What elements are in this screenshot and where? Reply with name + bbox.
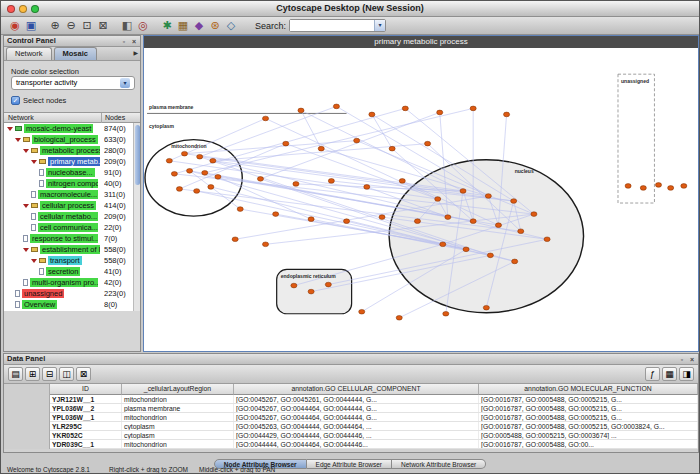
import-table-icon[interactable]: ▦ (175, 18, 191, 33)
snapshot-icon[interactable]: ◎ (135, 18, 151, 33)
zoom-selected-icon[interactable]: ⊡ (79, 18, 95, 33)
network-view-title[interactable]: primary metabolic process (144, 36, 698, 48)
open-session-icon[interactable]: ◉ (7, 18, 23, 33)
table-cell[interactable]: [GO:0045267, GO:0045261, GO:0044444, G..… (234, 395, 479, 403)
network-node[interactable] (399, 179, 405, 184)
network-node[interactable] (531, 212, 537, 217)
network-node[interactable] (655, 183, 661, 188)
minimize-window-button[interactable] (19, 5, 27, 13)
network-node[interactable] (208, 185, 214, 190)
network-node[interactable] (470, 106, 476, 111)
table-cell[interactable]: [GO:0005488, GO:0005215, GO:0003674] ... (479, 431, 698, 439)
table-cell[interactable]: cytoplasm (122, 422, 234, 430)
expand-arrow-icon[interactable] (23, 204, 29, 208)
network-node[interactable] (487, 253, 493, 258)
table-cell[interactable]: mitochondrion (122, 395, 234, 403)
table-cell[interactable]: [GO:0045263, GO:0044444, GO:0044464, ... (234, 422, 479, 430)
network-node[interactable] (354, 138, 360, 143)
table-cell[interactable]: YKR052C (50, 431, 122, 439)
network-node[interactable] (437, 110, 443, 115)
table-column-header[interactable]: annotation.GO CELLULAR_COMPONENT (234, 384, 479, 395)
tree-row[interactable]: primary metab...209(0) (4, 156, 140, 167)
table-cell[interactable]: cytoplasm (122, 431, 234, 439)
table-cell[interactable]: [GO:0016787, GO:0005488, GO:0005215, G..… (479, 413, 698, 421)
tree-row[interactable]: establishment of lo...558(0) (4, 244, 140, 255)
tree-row[interactable]: secretion41(0) (4, 266, 140, 277)
tree-row[interactable]: response to stimul...7(0) (4, 233, 140, 244)
expand-arrow-icon[interactable] (23, 248, 29, 252)
network-node[interactable] (402, 106, 408, 111)
table-row[interactable]: YJR121W__1mitochondrion[GO:0045267, GO:0… (50, 395, 698, 404)
network-node[interactable] (668, 186, 674, 191)
table-cell[interactable]: [GO:0016787, GO:0005488, GO:0005215, G..… (479, 395, 698, 403)
tab-scroll-right-icon[interactable]: ▶ (133, 47, 138, 60)
tree-row[interactable]: mosaic-demo-yeast874(0) (4, 123, 140, 134)
network-node[interactable] (262, 242, 268, 247)
network-node[interactable] (518, 229, 524, 234)
attribute-batch-icon[interactable]: ◫ (59, 367, 74, 381)
network-node[interactable] (414, 219, 420, 224)
network-node[interactable] (344, 219, 350, 224)
tree-row[interactable]: multi-organism pro...42(0) (4, 277, 140, 288)
table-cell[interactable]: [GO:0016787, GO:0005488, GO:00... (479, 440, 698, 448)
select-nodes-checkbox[interactable]: ✓ (11, 96, 20, 105)
network-node[interactable] (483, 305, 489, 310)
tree-row[interactable]: biological_process633(0) (4, 134, 140, 145)
table-cell[interactable]: YPL036W__1 (50, 413, 122, 421)
attribute-delete-icon[interactable]: ⊟ (42, 367, 57, 381)
tree-row[interactable]: nitrogen compo...40(0) (4, 178, 140, 189)
network-node[interactable] (495, 223, 501, 228)
table-row[interactable]: YKR052Ccytoplasm[GO:0044429, GO:0044444,… (50, 431, 698, 440)
close-panel-icon[interactable]: × (130, 37, 138, 46)
network-node[interactable] (640, 186, 646, 191)
expand-arrow-icon[interactable] (15, 138, 21, 142)
annotation-icon[interactable]: ◇ (223, 18, 239, 33)
tab-mosaic[interactable]: Mosaic (54, 47, 97, 60)
search-input[interactable] (290, 20, 374, 31)
table-cell[interactable]: mitochondrion (122, 413, 234, 421)
network-node[interactable] (379, 215, 385, 220)
table-row[interactable]: YLR295Ccytoplasm[GO:0045263, GO:0044444,… (50, 422, 698, 431)
table-column-header[interactable]: ID (50, 384, 122, 395)
network-node[interactable] (359, 309, 365, 314)
network-node[interactable] (445, 215, 451, 220)
trash-icon[interactable]: ⊠ (76, 367, 91, 381)
network-node[interactable] (273, 212, 279, 217)
vizmapper-icon[interactable]: ◆ (191, 18, 207, 33)
tree-scrollbar[interactable] (133, 123, 140, 311)
tree-row[interactable]: metabolic process280(0) (4, 145, 140, 156)
table-row[interactable]: YPL036W__1mitochondrion[GO:0045267, GO:0… (50, 413, 698, 422)
network-node[interactable] (512, 259, 518, 264)
attribute-create-icon[interactable]: ⊞ (25, 367, 40, 381)
network-node[interactable] (187, 168, 193, 173)
table-column-header[interactable]: annotation.GO MOLECULAR_FUNCTION (479, 384, 698, 395)
network-node[interactable] (171, 172, 177, 177)
network-node[interactable] (328, 179, 334, 184)
tree-row[interactable]: macromolecule...311(0) (4, 189, 140, 200)
network-node[interactable] (197, 154, 203, 159)
network-node[interactable] (202, 171, 208, 176)
save-session-icon[interactable]: ▣ (23, 18, 39, 33)
expand-arrow-icon[interactable] (31, 160, 37, 164)
plugins-icon[interactable]: ⊛ (207, 18, 223, 33)
formula-builder-icon[interactable]: ƒ (645, 367, 660, 381)
zoom-fit-icon[interactable]: ⊠ (95, 18, 111, 33)
network-node[interactable] (308, 217, 314, 222)
tree-scrollbar-thumb[interactable] (135, 125, 140, 185)
network-node[interactable] (283, 141, 289, 146)
table-cell[interactable]: mitochondrion (122, 440, 234, 448)
table-cell[interactable]: plasma membrane (122, 404, 234, 412)
network-node[interactable] (511, 199, 517, 204)
network-node[interactable] (333, 104, 339, 109)
tree-row[interactable]: nucleobase...91(0) (4, 167, 140, 178)
create-network-icon[interactable]: ✱ (159, 18, 175, 33)
search-dropdown-button[interactable]: ▾ (374, 20, 385, 31)
network-node[interactable] (625, 184, 631, 189)
network-node[interactable] (237, 207, 243, 212)
attribute-folder-icon[interactable]: ◨ (679, 367, 694, 381)
network-node[interactable] (176, 187, 182, 192)
table-cell[interactable]: YLR295C (50, 422, 122, 430)
float-panel-icon[interactable]: ▫ (120, 37, 128, 46)
network-node[interactable] (291, 283, 297, 288)
close-panel-icon[interactable]: × (688, 355, 696, 364)
